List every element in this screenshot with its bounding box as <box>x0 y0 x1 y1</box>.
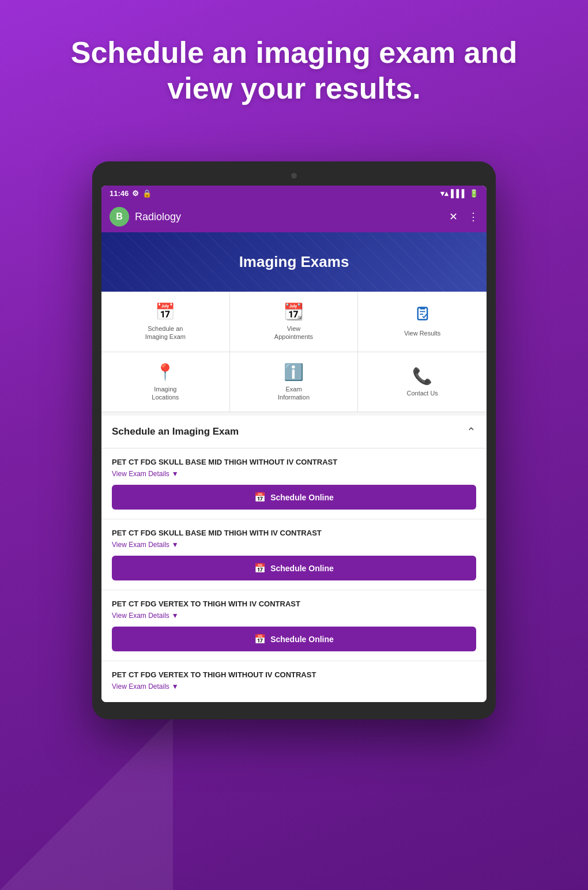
phone-icon: 📞 <box>412 367 432 386</box>
view-exam-details-link-2[interactable]: View Exam Details ▼ <box>112 541 476 549</box>
hero-title: Schedule an imaging exam and view your r… <box>46 35 542 107</box>
action-information-label: ExamInformation <box>278 385 310 402</box>
results-clipboard-icon <box>414 306 431 326</box>
exam-item: PET CT FDG SKULL BASE MID THIGH WITHOUT … <box>101 448 487 519</box>
app-screen: 11:46 ⚙ 🔒 ▾▴ ▌▌▌ 🔋 B Radiology ✕ ⋮ Imagi… <box>101 186 487 702</box>
calendar-icon: 📅 <box>254 492 266 503</box>
schedule-btn-label: Schedule Online <box>270 493 334 502</box>
schedule-online-button-1[interactable]: 📅 Schedule Online <box>112 485 476 510</box>
location-pin-icon: 📍 <box>155 363 175 382</box>
action-schedule-label: Schedule anImaging Exam <box>145 325 186 341</box>
view-exam-details-link-3[interactable]: View Exam Details ▼ <box>112 612 476 620</box>
exam-name: PET CT FDG SKULL BASE MID THIGH WITH IV … <box>112 529 476 537</box>
wifi-icon: ▾▴ <box>440 189 448 198</box>
banner-title: Imaging Exams <box>113 253 475 271</box>
status-bar: 11:46 ⚙ 🔒 ▾▴ ▌▌▌ 🔋 <box>101 186 487 201</box>
action-appointments-label: ViewAppointments <box>274 325 313 341</box>
action-locations[interactable]: 📍 ImagingLocations <box>101 352 230 412</box>
app-title: Radiology <box>135 211 449 223</box>
chevron-down-icon: ▼ <box>172 612 179 620</box>
tablet-device: 11:46 ⚙ 🔒 ▾▴ ▌▌▌ 🔋 B Radiology ✕ ⋮ Imagi… <box>92 161 496 719</box>
status-bar-left: 11:46 ⚙ 🔒 <box>110 189 152 198</box>
exam-name: PET CT FDG SKULL BASE MID THIGH WITHOUT … <box>112 458 476 466</box>
app-bar: B Radiology ✕ ⋮ <box>101 201 487 232</box>
schedule-section-title: Schedule an Imaging Exam <box>112 426 239 438</box>
schedule-online-button-3[interactable]: 📅 Schedule Online <box>112 627 476 651</box>
view-exam-details-link-1[interactable]: View Exam Details ▼ <box>112 470 476 478</box>
info-circle-icon: ℹ️ <box>284 363 304 382</box>
gear-icon: ⚙ <box>132 189 139 198</box>
action-information[interactable]: ℹ️ ExamInformation <box>230 352 359 412</box>
triangle-decoration <box>0 717 173 890</box>
avatar: B <box>110 207 129 227</box>
hero-section: Schedule an imaging exam and view your r… <box>0 0 588 130</box>
app-bar-actions: ✕ ⋮ <box>449 210 478 223</box>
overflow-menu-button[interactable]: ⋮ <box>468 210 478 223</box>
exam-name: PET CT FDG VERTEX TO THIGH WITHOUT IV CO… <box>112 670 476 679</box>
action-results-label: View Results <box>404 329 440 337</box>
exam-name: PET CT FDG VERTEX TO THIGH WITH IV CONTR… <box>112 599 476 608</box>
calendar-icon: 📅 <box>254 633 266 644</box>
lock-icon: 🔒 <box>142 189 152 198</box>
signal-icon: ▌▌▌ <box>451 189 467 198</box>
schedule-btn-label: Schedule Online <box>270 564 334 573</box>
banner: Imaging Exams <box>101 232 487 292</box>
view-exam-details-link-4[interactable]: View Exam Details ▼ <box>112 682 476 691</box>
schedule-online-button-2[interactable]: 📅 Schedule Online <box>112 556 476 580</box>
close-button[interactable]: ✕ <box>449 210 458 223</box>
calendar-icon: 📅 <box>254 563 266 574</box>
chevron-down-icon: ▼ <box>172 541 179 549</box>
action-appointments[interactable]: 📆 ViewAppointments <box>230 292 359 352</box>
action-contact-label: Contact Us <box>406 389 438 397</box>
chevron-down-icon: ▼ <box>172 470 179 478</box>
schedule-btn-label: Schedule Online <box>270 635 334 644</box>
collapse-icon[interactable]: ⌃ <box>466 425 476 439</box>
action-contact[interactable]: 📞 Contact Us <box>358 352 487 412</box>
appointments-calendar-icon: 📆 <box>284 302 304 321</box>
schedule-section-header[interactable]: Schedule an Imaging Exam ⌃ <box>101 416 487 448</box>
chevron-down-icon: ▼ <box>172 682 179 691</box>
action-locations-label: ImagingLocations <box>152 385 179 402</box>
battery-icon: 🔋 <box>469 189 478 198</box>
exam-item: PET CT FDG SKULL BASE MID THIGH WITH IV … <box>101 519 487 590</box>
status-bar-right: ▾▴ ▌▌▌ 🔋 <box>440 189 478 198</box>
action-schedule[interactable]: 📅 Schedule anImaging Exam <box>101 292 230 352</box>
quick-actions-grid: 📅 Schedule anImaging Exam 📆 ViewAppointm… <box>101 292 487 412</box>
exam-item-partial: PET CT FDG VERTEX TO THIGH WITHOUT IV CO… <box>101 661 487 702</box>
exam-item: PET CT FDG VERTEX TO THIGH WITH IV CONTR… <box>101 590 487 661</box>
camera-dot <box>291 173 297 179</box>
schedule-section: Schedule an Imaging Exam ⌃ PET CT FDG SK… <box>101 416 487 702</box>
action-results[interactable]: View Results <box>358 292 487 352</box>
schedule-calendar-icon: 📅 <box>155 302 175 321</box>
status-time: 11:46 <box>110 189 129 198</box>
